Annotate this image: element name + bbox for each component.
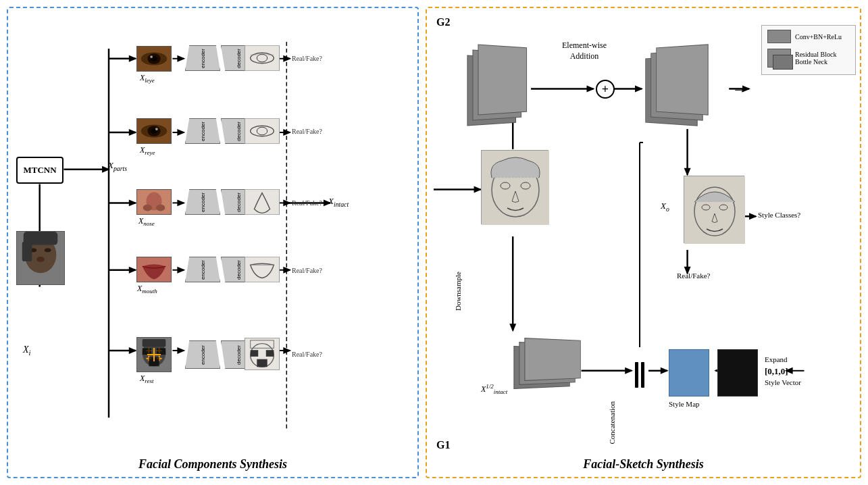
- mouth-sketch-image: [245, 257, 280, 282]
- svg-rect-133: [684, 176, 745, 244]
- reye-encoder: encoder: [185, 118, 220, 144]
- mouth-label: Xmouth: [137, 284, 157, 295]
- mouth-real-fake: Real/Fake?: [292, 263, 322, 276]
- g1-encoder-stacks: [515, 339, 582, 393]
- nose-real-fake: Real/Fake?: [292, 196, 322, 208]
- g1-label: G1: [436, 439, 450, 451]
- mouth-encoder: encoder: [185, 257, 220, 282]
- reye-sketch-out: [245, 118, 280, 144]
- svg-marker-18: [177, 129, 185, 136]
- rest-encoder: encoder: [185, 340, 220, 369]
- svg-rect-82: [143, 339, 166, 347]
- reye-image: [136, 118, 172, 144]
- svg-marker-115: [509, 324, 516, 332]
- svg-rect-98: [266, 350, 274, 357]
- xi-math: Xi: [23, 344, 30, 355]
- style-map-label: Style Map: [669, 400, 700, 408]
- leye-image: [136, 46, 172, 72]
- right-panel-title: Facial-Sketch Synthesis: [583, 457, 704, 471]
- svg-point-52: [36, 257, 45, 262]
- svg-marker-16: [177, 55, 185, 62]
- svg-marker-45: [283, 347, 291, 354]
- svg-marker-24: [177, 347, 185, 354]
- svg-rect-93: [149, 357, 159, 366]
- xo-label: Xo: [661, 201, 669, 213]
- svg-marker-10: [129, 199, 137, 206]
- svg-point-74: [143, 205, 152, 211]
- svg-marker-12: [129, 267, 137, 274]
- mouth-sketch-out: [245, 257, 280, 282]
- leye-sketch-out: [245, 45, 280, 71]
- legend-conv-label: Conv+BN+ReLu: [795, 33, 842, 41]
- reye-row: Xreye: [136, 118, 172, 144]
- element-wise-plus: +: [596, 80, 615, 99]
- nose-row: Xnose: [136, 189, 172, 215]
- rest-image: [136, 337, 172, 372]
- leye-encoder: encoder: [185, 45, 220, 71]
- xi-face-image: [16, 231, 65, 285]
- svg-point-75: [156, 205, 165, 211]
- svg-marker-109: [684, 168, 691, 176]
- svg-marker-20: [177, 199, 185, 206]
- svg-marker-117: [625, 367, 633, 374]
- right-real-fake-label: Real/Fake?: [677, 272, 710, 280]
- svg-rect-99: [257, 359, 267, 367]
- concat-bar-1: [635, 362, 638, 388]
- svg-marker-107: [635, 85, 643, 92]
- expand-label: Expand: [765, 355, 788, 363]
- element-wise-label: Element-wiseAddition: [562, 41, 607, 61]
- svg-marker-37: [283, 55, 291, 62]
- xintact-sketch-image: [481, 150, 548, 224]
- legend-residual-label: Residual BlockBottle Neck: [795, 51, 836, 66]
- g2-label: G2: [436, 16, 450, 28]
- svg-marker-103: [587, 85, 595, 92]
- leye-label: Xleye: [140, 73, 155, 84]
- left-panel-title: Facial Components Synthesis: [138, 457, 287, 471]
- right-panel: G2 G1: [426, 7, 861, 478]
- xintact-label-left: Xintact: [328, 196, 349, 208]
- concatenation-label: Concatenation: [608, 401, 616, 444]
- g1-enc-layer3: [524, 338, 580, 381]
- svg-rect-91: [143, 348, 151, 355]
- svg-rect-54: [22, 242, 32, 261]
- svg-rect-92: [157, 348, 165, 355]
- g2-encoder-layer3: [478, 44, 527, 115]
- rest-real-fake: Real/Fake?: [292, 347, 322, 359]
- concat-bar-2: [641, 362, 644, 388]
- rest-sketch-image: [245, 338, 280, 370]
- left-panel: MTCNN Xi Xparts: [7, 7, 419, 478]
- leye-row: Xleye: [136, 46, 172, 72]
- reye-label: Xreye: [140, 145, 155, 156]
- xi-label: Xi: [23, 344, 30, 357]
- style-vector-value: [0,1,0]: [765, 366, 788, 377]
- nose-encoder: encoder: [185, 189, 220, 215]
- style-vector-sublabel: Style Vector: [765, 378, 801, 386]
- nose-sketch-image: [245, 189, 280, 215]
- svg-marker-41: [283, 199, 291, 206]
- legend-residual-color: [767, 49, 791, 68]
- style-vector-block: [717, 349, 758, 397]
- svg-point-51: [45, 248, 51, 252]
- rest-sketch-out: [245, 338, 280, 370]
- legend-box: Conv+BN+ReLu Residual BlockBottle Neck: [761, 25, 856, 75]
- svg-marker-22: [177, 267, 185, 274]
- reye-sketch-image: [245, 118, 280, 144]
- legend-residual-item: Residual BlockBottle Neck: [767, 49, 850, 68]
- mouth-row: Xmouth: [136, 257, 172, 282]
- svg-marker-6: [129, 55, 137, 62]
- svg-marker-8: [129, 129, 137, 136]
- mouth-image: [136, 257, 172, 282]
- nose-label: Xnose: [138, 216, 155, 227]
- reye-real-fake: Real/Fake?: [292, 124, 322, 136]
- xintact-half-label: X1/2intact: [481, 383, 507, 395]
- leye-real-fake: Real/Fake?: [292, 51, 322, 63]
- nose-image: [136, 189, 172, 215]
- mtcnn-label: MTCNN: [23, 165, 56, 176]
- downsample-label: Downsample: [454, 272, 462, 311]
- g2-decoder-stacks: [643, 43, 711, 131]
- arrow-right-g2: →: [732, 81, 747, 99]
- mtcnn-box: MTCNN: [16, 157, 63, 184]
- xparts-label: Xparts: [108, 160, 127, 172]
- style-classes-label: Style Classes?: [758, 211, 800, 219]
- svg-marker-119: [661, 367, 669, 374]
